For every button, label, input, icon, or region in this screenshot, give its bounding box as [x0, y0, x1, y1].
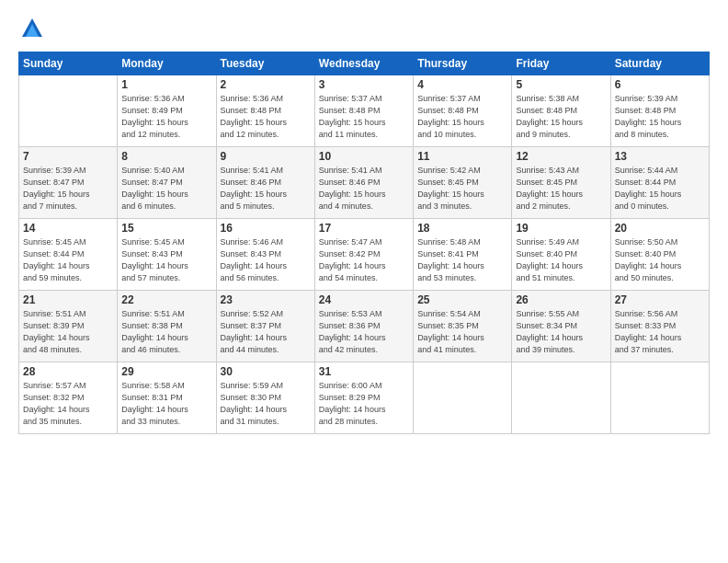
- calendar-cell: 14Sunrise: 5:45 AM Sunset: 8:44 PM Dayli…: [19, 219, 118, 291]
- day-number: 23: [221, 293, 311, 306]
- calendar-cell: 19Sunrise: 5:49 AM Sunset: 8:40 PM Dayli…: [512, 219, 610, 291]
- calendar-cell: 12Sunrise: 5:43 AM Sunset: 8:45 PM Dayli…: [512, 147, 610, 219]
- day-number: 24: [319, 293, 409, 306]
- header: [18, 15, 710, 42]
- calendar-cell: 11Sunrise: 5:42 AM Sunset: 8:45 PM Dayli…: [414, 147, 512, 219]
- day-number: 15: [121, 222, 211, 235]
- day-info: Sunrise: 6:00 AM Sunset: 8:29 PM Dayligh…: [319, 380, 409, 428]
- header-tuesday: Tuesday: [216, 52, 314, 75]
- day-info: Sunrise: 5:43 AM Sunset: 8:45 PM Dayligh…: [516, 165, 606, 213]
- calendar-cell: 13Sunrise: 5:44 AM Sunset: 8:44 PM Dayli…: [610, 147, 709, 219]
- calendar-cell: 30Sunrise: 5:59 AM Sunset: 8:30 PM Dayli…: [216, 362, 314, 434]
- day-info: Sunrise: 5:59 AM Sunset: 8:30 PM Dayligh…: [221, 380, 311, 428]
- day-number: 28: [23, 365, 113, 378]
- day-number: 31: [319, 365, 409, 378]
- calendar-cell: 5Sunrise: 5:38 AM Sunset: 8:48 PM Daylig…: [512, 75, 610, 147]
- day-info: Sunrise: 5:41 AM Sunset: 8:46 PM Dayligh…: [221, 165, 311, 213]
- calendar-cell: 18Sunrise: 5:48 AM Sunset: 8:41 PM Dayli…: [414, 219, 512, 291]
- day-info: Sunrise: 5:48 AM Sunset: 8:41 PM Dayligh…: [417, 236, 507, 284]
- calendar-cell: [414, 362, 512, 434]
- day-info: Sunrise: 5:45 AM Sunset: 8:43 PM Dayligh…: [121, 236, 211, 284]
- calendar-cell: 16Sunrise: 5:46 AM Sunset: 8:43 PM Dayli…: [216, 219, 314, 291]
- day-number: 2: [221, 78, 311, 91]
- calendar-cell: 6Sunrise: 5:39 AM Sunset: 8:48 PM Daylig…: [610, 75, 709, 147]
- day-number: 5: [516, 78, 606, 91]
- calendar-cell: 21Sunrise: 5:51 AM Sunset: 8:39 PM Dayli…: [19, 291, 118, 362]
- header-wednesday: Wednesday: [314, 52, 413, 75]
- week-row-0: 1Sunrise: 5:36 AM Sunset: 8:49 PM Daylig…: [19, 75, 710, 147]
- day-info: Sunrise: 5:39 AM Sunset: 8:47 PM Dayligh…: [23, 165, 113, 213]
- calendar-cell: 20Sunrise: 5:50 AM Sunset: 8:40 PM Dayli…: [610, 219, 709, 291]
- calendar-cell: 28Sunrise: 5:57 AM Sunset: 8:32 PM Dayli…: [19, 362, 118, 434]
- calendar-cell: 1Sunrise: 5:36 AM Sunset: 8:49 PM Daylig…: [118, 75, 216, 147]
- day-number: 4: [417, 78, 507, 91]
- day-info: Sunrise: 5:58 AM Sunset: 8:31 PM Dayligh…: [121, 380, 211, 428]
- day-number: 12: [516, 150, 606, 163]
- calendar-cell: 7Sunrise: 5:39 AM Sunset: 8:47 PM Daylig…: [19, 147, 118, 219]
- calendar-cell: 23Sunrise: 5:52 AM Sunset: 8:37 PM Dayli…: [216, 291, 314, 362]
- week-row-3: 21Sunrise: 5:51 AM Sunset: 8:39 PM Dayli…: [19, 291, 710, 362]
- calendar-cell: [610, 362, 709, 434]
- calendar-body: 1Sunrise: 5:36 AM Sunset: 8:49 PM Daylig…: [19, 75, 710, 434]
- calendar-cell: [512, 362, 610, 434]
- week-row-1: 7Sunrise: 5:39 AM Sunset: 8:47 PM Daylig…: [19, 147, 710, 219]
- day-number: 27: [615, 293, 705, 306]
- day-info: Sunrise: 5:50 AM Sunset: 8:40 PM Dayligh…: [615, 236, 705, 284]
- day-info: Sunrise: 5:38 AM Sunset: 8:48 PM Dayligh…: [516, 93, 606, 141]
- calendar-cell: 4Sunrise: 5:37 AM Sunset: 8:48 PM Daylig…: [414, 75, 512, 147]
- day-info: Sunrise: 5:36 AM Sunset: 8:49 PM Dayligh…: [121, 93, 211, 141]
- week-row-4: 28Sunrise: 5:57 AM Sunset: 8:32 PM Dayli…: [19, 362, 710, 434]
- day-number: 25: [417, 293, 507, 306]
- header-sunday: Sunday: [19, 52, 118, 75]
- day-info: Sunrise: 5:55 AM Sunset: 8:34 PM Dayligh…: [516, 308, 606, 356]
- calendar-cell: 17Sunrise: 5:47 AM Sunset: 8:42 PM Dayli…: [314, 219, 413, 291]
- day-info: Sunrise: 5:42 AM Sunset: 8:45 PM Dayligh…: [417, 165, 507, 213]
- header-row: SundayMondayTuesdayWednesdayThursdayFrid…: [19, 52, 710, 75]
- calendar-cell: 24Sunrise: 5:53 AM Sunset: 8:36 PM Dayli…: [314, 291, 413, 362]
- logo-icon: [18, 15, 46, 42]
- day-number: 21: [23, 293, 113, 306]
- day-number: 20: [615, 222, 705, 235]
- day-info: Sunrise: 5:39 AM Sunset: 8:48 PM Dayligh…: [615, 93, 705, 141]
- calendar-cell: 29Sunrise: 5:58 AM Sunset: 8:31 PM Dayli…: [118, 362, 216, 434]
- day-number: 6: [615, 78, 705, 91]
- day-number: 29: [121, 365, 211, 378]
- calendar-header: SundayMondayTuesdayWednesdayThursdayFrid…: [19, 52, 710, 75]
- day-number: 9: [221, 150, 311, 163]
- day-info: Sunrise: 5:36 AM Sunset: 8:48 PM Dayligh…: [221, 93, 311, 141]
- calendar-cell: 3Sunrise: 5:37 AM Sunset: 8:48 PM Daylig…: [314, 75, 413, 147]
- logo: [18, 15, 50, 42]
- header-monday: Monday: [118, 52, 216, 75]
- calendar-cell: 27Sunrise: 5:56 AM Sunset: 8:33 PM Dayli…: [610, 291, 709, 362]
- day-info: Sunrise: 5:51 AM Sunset: 8:38 PM Dayligh…: [121, 308, 211, 356]
- day-info: Sunrise: 5:37 AM Sunset: 8:48 PM Dayligh…: [319, 93, 409, 141]
- day-number: 22: [121, 293, 211, 306]
- page: SundayMondayTuesdayWednesdayThursdayFrid…: [0, 0, 728, 563]
- header-friday: Friday: [512, 52, 610, 75]
- calendar-cell: 2Sunrise: 5:36 AM Sunset: 8:48 PM Daylig…: [216, 75, 314, 147]
- day-number: 8: [121, 150, 211, 163]
- day-number: 3: [319, 78, 409, 91]
- day-number: 18: [417, 222, 507, 235]
- calendar-table: SundayMondayTuesdayWednesdayThursdayFrid…: [18, 52, 710, 434]
- day-info: Sunrise: 5:52 AM Sunset: 8:37 PM Dayligh…: [221, 308, 311, 356]
- day-info: Sunrise: 5:56 AM Sunset: 8:33 PM Dayligh…: [615, 308, 705, 356]
- day-number: 19: [516, 222, 606, 235]
- day-number: 1: [121, 78, 211, 91]
- calendar-cell: 8Sunrise: 5:40 AM Sunset: 8:47 PM Daylig…: [118, 147, 216, 219]
- day-number: 16: [221, 222, 311, 235]
- day-number: 10: [319, 150, 409, 163]
- calendar-cell: [19, 75, 118, 147]
- calendar-cell: 10Sunrise: 5:41 AM Sunset: 8:46 PM Dayli…: [314, 147, 413, 219]
- day-number: 13: [615, 150, 705, 163]
- day-info: Sunrise: 5:45 AM Sunset: 8:44 PM Dayligh…: [23, 236, 113, 284]
- calendar-cell: 26Sunrise: 5:55 AM Sunset: 8:34 PM Dayli…: [512, 291, 610, 362]
- day-number: 26: [516, 293, 606, 306]
- calendar-cell: 31Sunrise: 6:00 AM Sunset: 8:29 PM Dayli…: [314, 362, 413, 434]
- day-info: Sunrise: 5:40 AM Sunset: 8:47 PM Dayligh…: [121, 165, 211, 213]
- header-saturday: Saturday: [610, 52, 709, 75]
- day-number: 7: [23, 150, 113, 163]
- week-row-2: 14Sunrise: 5:45 AM Sunset: 8:44 PM Dayli…: [19, 219, 710, 291]
- day-number: 14: [23, 222, 113, 235]
- day-info: Sunrise: 5:51 AM Sunset: 8:39 PM Dayligh…: [23, 308, 113, 356]
